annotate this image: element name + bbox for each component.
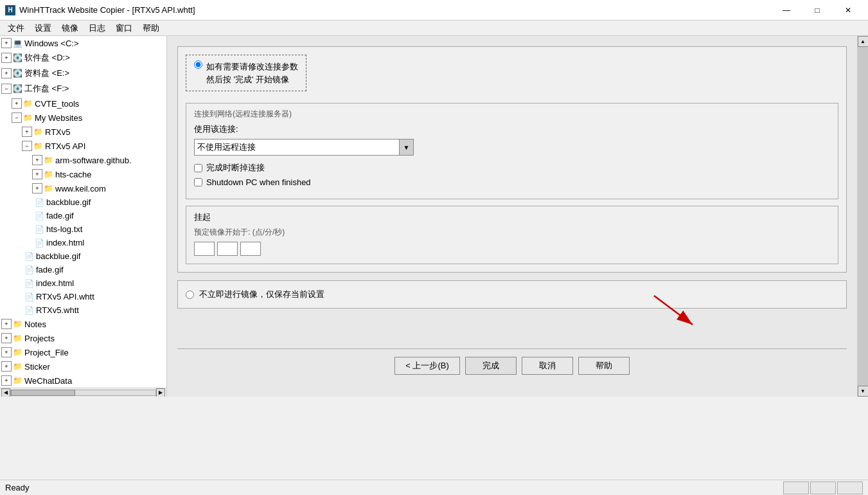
menu-mirror[interactable]: 镜像 [57,21,84,35]
menu-log[interactable]: 日志 [84,21,111,35]
tree-node-projectfile[interactable]: + 📁 Project_File [0,345,166,359]
finish-button[interactable]: 完成 [465,357,517,375]
expander-icon[interactable]: + [1,347,12,357]
connection-select[interactable]: 不使用远程连接 [194,139,400,156]
titlebar: H WinHTTrack Website Copier - [RTXv5 API… [0,0,868,21]
radio-save-only[interactable] [186,291,194,299]
tree-label: fade.gif [46,211,74,221]
tree-node-index2[interactable]: 📄 index.html [0,276,166,290]
minimize-button[interactable]: — [772,0,801,21]
time-hour-input[interactable] [194,242,215,256]
expander-icon[interactable]: + [1,333,12,343]
tree-node-e[interactable]: + 💽 资料盘 <E:> [0,66,166,81]
schedule-sublabel: 预定镜像开始于: (点/分/秒) [194,227,830,238]
select-dropdown-arrow[interactable]: ▼ [400,139,414,156]
tree-node-backblue2[interactable]: 📄 backblue.gif [0,249,166,263]
menu-settings[interactable]: 设置 [30,21,57,35]
expander-icon[interactable]: + [12,98,22,109]
tree-label: My Websites [35,113,82,123]
status-seg-1 [783,482,809,494]
tree-node-fade1[interactable]: 📄 fade.gif [0,209,166,222]
tree-node-d[interactable]: + 💽 软件盘 <D:> [0,50,166,66]
expander-icon[interactable]: + [1,53,12,63]
tree-node-rtxv5api[interactable]: − 📁 RTXv5 API [0,139,166,153]
tree-node-cvte[interactable]: + 📁 CVTE_tools [0,96,166,111]
expander-icon[interactable]: + [1,361,12,372]
tree-node-arm[interactable]: + 📁 arm-software.github. [0,153,166,167]
expander-icon[interactable]: + [32,183,42,194]
checkbox-disconnect-row: 完成时断掉连接 [194,162,830,174]
scroll-up-btn[interactable]: ▲ [858,36,869,47]
checkbox-shutdown[interactable] [194,178,202,186]
expander-icon[interactable]: − [1,84,12,94]
expander-icon[interactable]: + [1,38,12,48]
file-icon: 📄 [24,252,34,261]
tree-node-fade2[interactable]: 📄 fade.gif [0,263,166,276]
expander-icon[interactable]: + [1,68,12,78]
tree-node-f[interactable]: − 💽 工作盘 <F:> [0,81,166,96]
expander-icon[interactable]: + [1,375,12,386]
maximize-button[interactable]: □ [802,0,832,21]
tree-node-keil[interactable]: + 📁 www.keil.com [0,181,166,195]
divider [177,348,847,349]
scroll-down-btn[interactable]: ▼ [858,386,869,397]
drive-icon: 💽 [13,84,22,93]
time-second-input[interactable] [240,242,261,256]
expander-icon[interactable]: + [22,127,32,137]
tree-label: index.html [46,238,84,248]
tree-node-backblue1[interactable]: 📄 backblue.gif [0,195,166,209]
time-minute-input[interactable] [217,242,238,256]
folder-icon: 📁 [33,127,43,136]
checkbox-shutdown-row: Shutdown PC when finished [194,177,830,187]
status-seg-3 [837,482,863,494]
tree-node-index1[interactable]: 📄 index.html [0,236,166,249]
tree-label: 软件盘 <D:> [24,52,70,64]
checkbox-disconnect[interactable] [194,164,202,172]
tree-node-htslog[interactable]: 📄 hts-log.txt [0,222,166,236]
expander-icon[interactable]: − [12,113,22,123]
file-icon: 📄 [35,198,44,207]
statusbar: Ready [0,480,868,495]
menu-help[interactable]: 帮助 [137,21,164,35]
folder-icon: 📁 [44,156,53,165]
menu-window[interactable]: 窗口 [111,21,137,35]
save-only-label: 不立即进行镜像，仅保存当前设置 [199,289,324,300]
option-box-modify: 如有需要请修改连接参数然后按 '完成' 开始镜像 [186,55,306,91]
tree-node-wechatdata[interactable]: + 📁 WeChatData [0,374,166,388]
expander-icon[interactable]: + [32,155,42,165]
file-icon: 📄 [35,239,44,248]
expander-icon[interactable]: − [22,141,32,151]
expander-icon[interactable]: + [32,169,42,179]
scroll-right-btn[interactable]: ▶ [156,388,165,397]
tree-node-rtxapi-whtt[interactable]: 📄 RTXv5 API.whtt [0,290,166,303]
tree-node-mywebsites[interactable]: − 📁 My Websites [0,111,166,125]
tree-label: 工作盘 <F:> [24,83,69,94]
scroll-left-btn[interactable]: ◀ [1,388,10,397]
tree-label: backblue.gif [36,251,80,261]
sidebar-scrollbar: ◀ ▶ [0,388,166,397]
tree-label: Notes [24,320,46,329]
tree-node-notes[interactable]: + 📁 Notes [0,317,166,331]
content-area: 如有需要请修改连接参数然后按 '完成' 开始镜像 连接到网络(远程连接服务器) … [167,36,857,397]
tree-label: RTXv5.whtt [36,305,79,315]
file-icon: 📄 [35,225,44,234]
expander-icon[interactable]: + [1,319,12,329]
help-button[interactable]: 帮助 [578,357,630,375]
close-button[interactable]: ✕ [833,0,863,21]
radio-modify[interactable] [194,60,202,69]
folder-icon: 📁 [13,362,22,371]
tree-node-sticker[interactable]: + 📁 Sticker [0,359,166,374]
file-icon: 📄 [24,306,34,315]
connection-panel: 如有需要请修改连接参数然后按 '完成' 开始镜像 连接到网络(远程连接服务器) … [177,46,847,273]
back-button[interactable]: < 上一步(B) [394,357,460,375]
tree-node-rtxv5-whtt[interactable]: 📄 RTXv5.whtt [0,303,166,317]
cancel-button[interactable]: 取消 [522,357,573,375]
drive-icon: 💻 [13,39,22,48]
scroll-thumb[interactable] [11,390,75,396]
tree-node-projects[interactable]: + 📁 Projects [0,331,166,345]
tree-node-hts-cache[interactable]: + 📁 hts-cache [0,167,166,181]
menu-file[interactable]: 文件 [3,21,30,35]
tree-node-rtxv5[interactable]: + 📁 RTXv5 [0,125,166,139]
tree-label: 资料盘 <E:> [24,68,69,79]
tree-node-windows[interactable]: + 💻 Windows <C:> [0,36,166,50]
